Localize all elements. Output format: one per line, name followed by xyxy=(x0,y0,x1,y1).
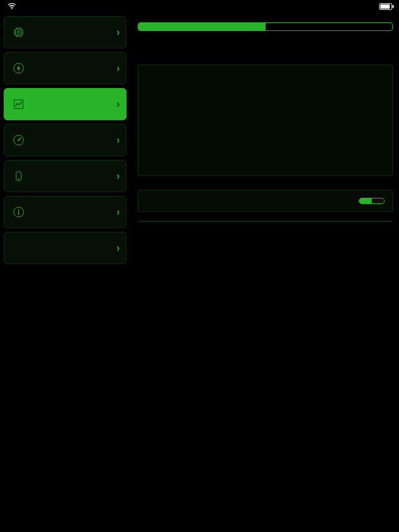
sidebar-item-info[interactable]: › xyxy=(4,196,127,228)
segmented-control xyxy=(138,22,393,31)
sidebar-item-realtime-graph[interactable]: › xyxy=(4,88,127,120)
main-pane xyxy=(130,12,399,532)
page-title xyxy=(138,12,393,22)
status-bar xyxy=(0,0,399,12)
chevron-right-icon: › xyxy=(117,206,120,218)
tab-memory[interactable] xyxy=(138,23,266,30)
sidebar: › › › › › xyxy=(0,12,130,532)
svg-rect-2 xyxy=(380,4,390,9)
wifi-icon xyxy=(7,3,16,9)
svg-point-23 xyxy=(18,179,19,180)
gauge-icon xyxy=(12,134,25,146)
sidebar-item-disk-info[interactable]: › xyxy=(4,124,127,156)
chevron-right-icon: › xyxy=(117,135,120,146)
chevron-right-icon: › xyxy=(117,27,120,38)
time-scale-toggle xyxy=(359,198,385,204)
chevron-right-icon: › xyxy=(117,242,120,254)
scale-option-1min[interactable] xyxy=(372,198,384,203)
svg-point-25 xyxy=(18,210,19,211)
realtime-chart xyxy=(138,64,393,176)
bolt-icon xyxy=(12,62,25,74)
legend-panel xyxy=(138,221,393,222)
info-icon xyxy=(12,206,25,218)
svg-point-0 xyxy=(11,8,12,9)
chevron-right-icon: › xyxy=(117,63,120,74)
time-scale-panel xyxy=(138,190,393,212)
sidebar-item-memory[interactable]: › xyxy=(4,16,127,48)
sidebar-item-battery[interactable]: › xyxy=(4,52,127,84)
scale-option-10s[interactable] xyxy=(359,198,372,203)
sidebar-item-extra[interactable]: › xyxy=(4,232,127,264)
chevron-right-icon: › xyxy=(117,99,120,110)
sidebar-item-device-info[interactable]: › xyxy=(4,160,127,192)
chevron-right-icon: › xyxy=(117,171,120,182)
device-icon xyxy=(12,170,25,182)
svg-rect-26 xyxy=(18,211,19,215)
svg-rect-4 xyxy=(16,29,22,35)
battery-icon xyxy=(379,3,394,10)
chip-icon xyxy=(12,26,25,38)
svg-rect-5 xyxy=(17,31,20,33)
graph-icon xyxy=(12,98,25,110)
tab-cpu[interactable] xyxy=(266,23,393,30)
svg-rect-3 xyxy=(393,5,394,8)
svg-point-21 xyxy=(18,140,20,141)
